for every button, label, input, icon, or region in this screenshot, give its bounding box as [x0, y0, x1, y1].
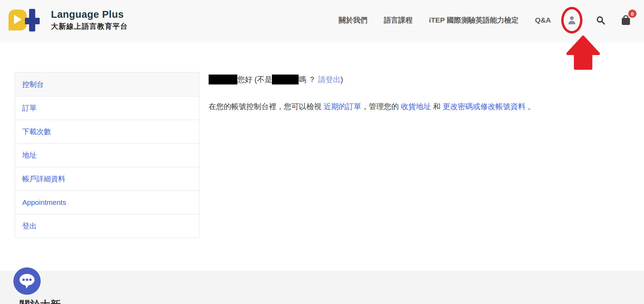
greeting-text: 您好 (不是 — [237, 75, 272, 84]
nav-item-about[interactable]: 關於我們 — [339, 15, 367, 25]
play-triangle-icon — [14, 15, 22, 24]
site-title: Language Plus — [51, 9, 128, 20]
main-nav: 關於我們 語言課程 iTEP 國際測驗英語能力檢定 Q&A 0 — [322, 7, 634, 34]
sidebar-item-dashboard[interactable]: 控制台 — [15, 72, 199, 96]
chat-widget-button[interactable] — [13, 267, 41, 295]
nav-item-itep[interactable]: iTEP 國際測驗英語能力檢定 — [429, 15, 518, 25]
nav-item-courses[interactable]: 語言課程 — [384, 15, 412, 25]
logo-text: Language Plus 大新線上語言教育平台 — [51, 9, 128, 31]
logout-link[interactable]: 請登出 — [318, 75, 341, 84]
account-button[interactable] — [561, 7, 582, 34]
greeting-close-paren: ) — [341, 75, 343, 84]
link-recent-orders[interactable]: 近期的訂單 — [324, 102, 361, 111]
intro-text-1: 在您的帳號控制台裡，您可以檢視 — [209, 102, 324, 111]
logo[interactable]: Language Plus 大新線上語言教育平台 — [9, 9, 128, 31]
dashboard-intro: 在您的帳號控制台裡，您可以檢視 近期的訂單，管理您的 收貨地址 和 更改密碼或修… — [209, 101, 592, 113]
cart-button[interactable]: 0 — [620, 14, 632, 26]
person-icon — [567, 15, 577, 25]
search-icon — [596, 15, 605, 25]
site-header: Language Plus 大新線上語言教育平台 關於我們 語言課程 iTEP … — [0, 0, 644, 40]
account-sidebar: 控制台 訂單 下載次數 地址 帳戶詳細資料 Appointments 登出 — [15, 72, 199, 238]
sidebar-item-appointments[interactable]: Appointments — [15, 190, 199, 214]
nav-item-qa[interactable]: Q&A — [535, 16, 551, 24]
link-shipping-address[interactable]: 收貨地址 — [401, 102, 431, 111]
sidebar-item-downloads[interactable]: 下載次數 — [15, 120, 199, 143]
cart-count-badge: 0 — [628, 10, 636, 18]
sidebar-item-account-details[interactable]: 帳戶詳細資料 — [15, 167, 199, 190]
sidebar-item-addresses[interactable]: 地址 — [15, 143, 199, 167]
intro-text-3: 和 — [431, 102, 443, 111]
chat-bubble-icon — [18, 273, 36, 289]
logo-icon — [9, 9, 48, 31]
sidebar-item-orders[interactable]: 訂單 — [15, 96, 199, 120]
link-edit-account[interactable]: 更改密碼或修改帳號資料 — [443, 102, 525, 111]
footer-heading: 關於大新 — [19, 298, 61, 304]
intro-text-2: ，管理您的 — [361, 102, 401, 111]
sidebar-item-logout[interactable]: 登出 — [15, 214, 199, 238]
search-button[interactable] — [595, 15, 606, 25]
page-footer — [0, 271, 644, 304]
redacted-username — [209, 75, 237, 84]
plus-icon-horizontal — [25, 18, 40, 24]
intro-text-4: 。 — [525, 102, 535, 111]
redacted-username-2 — [272, 75, 299, 84]
greeting-line: 您好 (不是嗎 ？ 請登出) — [209, 73, 343, 86]
greeting-question: 嗎 ？ — [299, 75, 318, 84]
site-subtitle: 大新線上語言教育平台 — [51, 22, 128, 31]
